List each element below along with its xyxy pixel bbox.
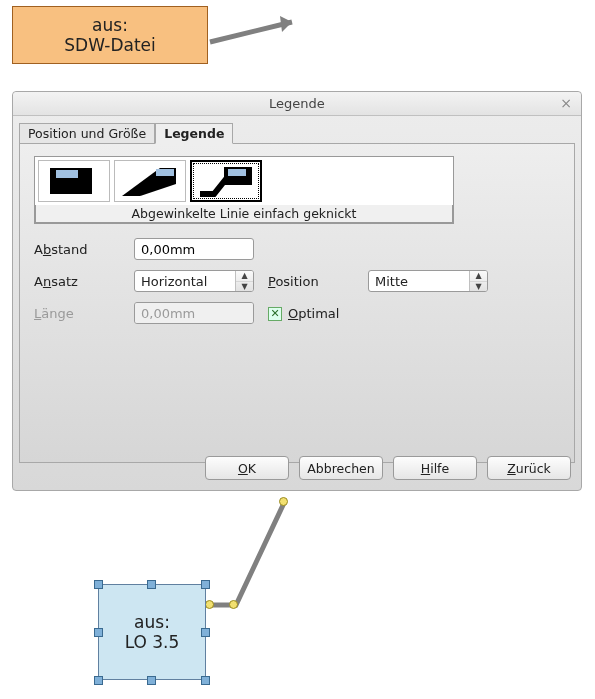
dialog-buttons: OK Abbrechen Hilfe Zurück: [205, 456, 571, 480]
callout-style-caption: Abgewinkelte Linie einfach geknickt: [35, 205, 453, 223]
abstand-input[interactable]: [135, 239, 254, 259]
label-optimal: Optimal: [288, 306, 339, 321]
svg-rect-5: [156, 169, 174, 176]
tab-legende[interactable]: Legende: [155, 123, 233, 144]
resize-handle[interactable]: [94, 676, 103, 685]
tab-panel-legende: Abgewinkelte Linie einfach geknickt Abst…: [19, 143, 575, 463]
position-dropdown-icon[interactable]: ▲▼: [469, 271, 487, 291]
callout-sdw-line1: aus:: [92, 15, 128, 35]
reset-button[interactable]: Zurück: [487, 456, 571, 480]
callout-lo35-selection[interactable]: aus: LO 3.5: [80, 562, 230, 692]
close-icon[interactable]: ×: [557, 94, 575, 112]
callout-lo35-line2: LO 3.5: [125, 632, 180, 652]
cancel-button[interactable]: Abbrechen: [299, 456, 383, 480]
svg-rect-3: [56, 170, 78, 178]
dialog-titlebar[interactable]: Legende ×: [13, 92, 581, 116]
laenge-spinbox: ▲▼: [134, 302, 254, 324]
ok-button[interactable]: OK: [205, 456, 289, 480]
laenge-input: [135, 303, 254, 323]
ansatz-value: Horizontal: [135, 271, 235, 291]
tab-position-size[interactable]: Position und Größe: [19, 123, 155, 144]
callout-style-selector: Abgewinkelte Linie einfach geknickt: [34, 156, 454, 224]
callout-style-2[interactable]: [114, 160, 186, 202]
callout-lo35[interactable]: aus: LO 3.5: [98, 584, 206, 680]
label-abstand: Abstand: [34, 242, 120, 257]
tab-bar: Position und Größe Legende: [13, 116, 581, 143]
position-combo[interactable]: Mitte ▲▼: [368, 270, 488, 292]
label-ansatz: Ansatz: [34, 274, 120, 289]
callout-style-3[interactable]: [190, 160, 262, 202]
resize-handle[interactable]: [94, 628, 103, 637]
svg-line-0: [210, 22, 292, 42]
ansatz-dropdown-icon[interactable]: ▲▼: [235, 271, 253, 291]
callout-style-list: [35, 157, 453, 205]
resize-handle[interactable]: [94, 580, 103, 589]
callout-sdw: aus: SDW-Datei: [12, 6, 208, 64]
help-button[interactable]: Hilfe: [393, 456, 477, 480]
resize-handle[interactable]: [147, 580, 156, 589]
resize-handle[interactable]: [201, 628, 210, 637]
resize-handle[interactable]: [201, 580, 210, 589]
arrow-to-dialog-icon: [206, 14, 316, 62]
position-value: Mitte: [369, 271, 469, 291]
label-position: Position: [268, 274, 354, 289]
resize-handle[interactable]: [201, 676, 210, 685]
callout-sdw-line2: SDW-Datei: [64, 35, 156, 55]
svg-rect-7: [228, 169, 246, 176]
connector-end-handle[interactable]: [279, 497, 288, 506]
callout-style-1[interactable]: [38, 160, 110, 202]
abstand-spinbox[interactable]: ▲▼: [134, 238, 254, 260]
callout-lo35-line1: aus:: [134, 612, 170, 632]
optimal-checkbox[interactable]: ✕ Optimal: [268, 306, 339, 321]
check-icon: ✕: [268, 307, 282, 321]
connector-bend-handle[interactable]: [229, 600, 238, 609]
ansatz-combo[interactable]: Horizontal ▲▼: [134, 270, 254, 292]
label-laenge: Länge: [34, 306, 120, 321]
legend-dialog: Legende × Position und Größe Legende Abg…: [12, 91, 582, 491]
resize-handle[interactable]: [147, 676, 156, 685]
dialog-title: Legende: [269, 96, 325, 111]
